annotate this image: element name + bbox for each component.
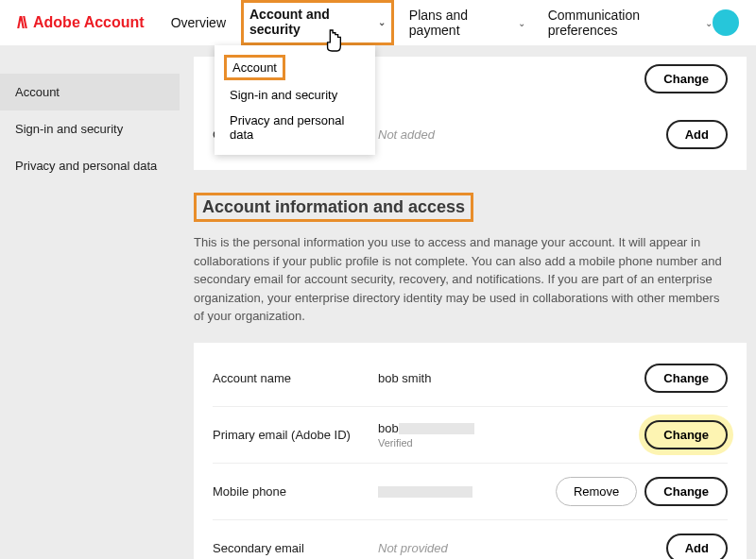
chevron-down-icon: ⌄ xyxy=(378,17,386,27)
account-info-card: Account name bob smith Change Primary em… xyxy=(194,343,747,560)
dropdown-privacy[interactable]: Privacy and personal data xyxy=(215,108,375,147)
chevron-down-icon: ⌄ xyxy=(705,18,713,28)
add-button[interactable]: Add xyxy=(666,120,728,149)
nav-overview[interactable]: Overview xyxy=(171,15,226,30)
sidebar-account[interactable]: Account xyxy=(0,74,180,110)
nav-account-security-label: Account and security xyxy=(249,7,374,37)
adobe-logo-icon: /\\ xyxy=(17,13,26,33)
top-nav: /\\ Adobe Account Overview Account and s… xyxy=(0,0,756,45)
nav-account-security[interactable]: Account and security ⌄ xyxy=(241,0,394,45)
pointer-cursor-icon xyxy=(323,28,344,53)
section-title: Account information and access xyxy=(202,197,465,217)
nav-overview-label: Overview xyxy=(171,15,226,30)
primary-email-label: Primary email (Adobe ID) xyxy=(213,428,378,442)
section-desc: This is the personal information you use… xyxy=(194,233,747,326)
sidebar-signin[interactable]: Sign-in and security xyxy=(0,110,180,147)
nav-comm-label: Communication preferences xyxy=(548,8,701,38)
brand-text: Adobe Account xyxy=(33,14,145,31)
nav-plans[interactable]: Plans and payment ⌄ xyxy=(409,8,525,38)
account-name-value: bob smith xyxy=(378,371,644,385)
primary-email-text: bob xyxy=(378,421,399,435)
change-account-name-button[interactable]: Change xyxy=(644,364,728,393)
primary-email-value: bob Verified xyxy=(378,421,644,449)
dropdown-account[interactable]: Account xyxy=(224,55,285,80)
top-field-c-value: Not added xyxy=(378,127,666,142)
account-name-label: Account name xyxy=(213,371,378,385)
section-account-info: Account information and access This is t… xyxy=(194,193,747,326)
avatar[interactable] xyxy=(713,9,739,36)
adobe-logo[interactable]: /\\ Adobe Account xyxy=(17,13,145,33)
nav-comm[interactable]: Communication preferences ⌄ xyxy=(548,8,713,38)
primary-email-status: Verified xyxy=(378,437,644,449)
mobile-label: Mobile phone xyxy=(213,484,378,499)
dropdown-signin[interactable]: Sign-in and security xyxy=(215,82,375,108)
secondary-email-value: Not provided xyxy=(378,541,666,555)
remove-mobile-button[interactable]: Remove xyxy=(556,477,637,506)
change-primary-email-button[interactable]: Change xyxy=(644,420,728,449)
mobile-value xyxy=(378,484,556,499)
change-button[interactable]: Change xyxy=(644,64,728,93)
secondary-email-label: Secondary email xyxy=(213,541,378,555)
account-security-dropdown: Account Sign-in and security Privacy and… xyxy=(215,45,375,155)
change-mobile-button[interactable]: Change xyxy=(644,477,728,506)
redacted-email xyxy=(399,423,474,434)
chevron-down-icon: ⌄ xyxy=(518,18,525,28)
sidebar: Account Sign-in and security Privacy and… xyxy=(0,45,180,559)
add-secondary-email-button[interactable]: Add xyxy=(666,534,728,560)
sidebar-privacy[interactable]: Privacy and personal data xyxy=(0,147,180,184)
nav-plans-label: Plans and payment xyxy=(409,8,514,38)
redacted-mobile xyxy=(378,486,472,498)
